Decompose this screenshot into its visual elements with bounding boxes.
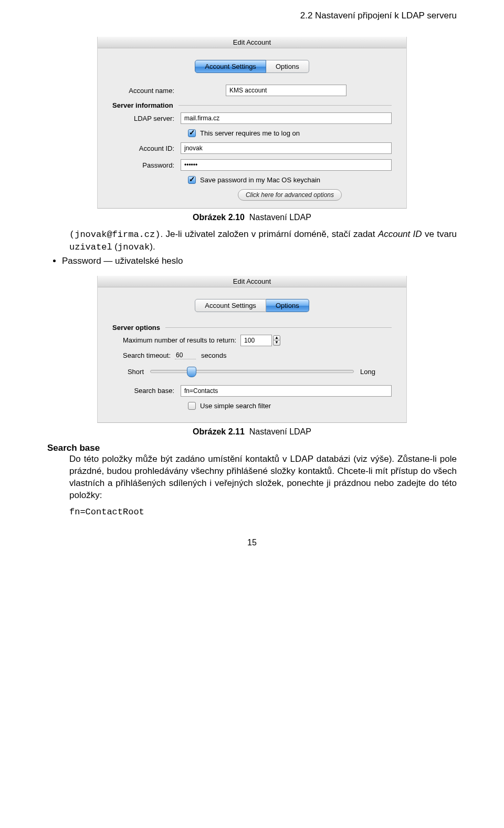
ldap-server-input[interactable] — [181, 112, 392, 124]
label-search-timeout: Search timeout: — [123, 351, 171, 359]
page-number: 15 — [47, 538, 457, 547]
simple-filter-label: Use simple search filter — [200, 402, 271, 410]
separator-line-2 — [165, 327, 392, 328]
label-account-id: Account ID: — [112, 144, 181, 152]
bullet-password: Password — uživatelské heslo — [62, 256, 457, 266]
search-base-heading: Search base — [47, 443, 457, 453]
simple-filter-checkbox[interactable] — [188, 402, 196, 410]
group-server-information: Server information — [112, 101, 173, 109]
label-account-name: Account name: — [112, 87, 181, 95]
timeout-slider[interactable] — [150, 370, 354, 373]
slider-label-short: Short — [112, 368, 144, 376]
advanced-options-button[interactable]: Click here for advanced options — [238, 189, 342, 201]
label-max-results: Maximum number of results to return: — [123, 336, 236, 344]
search-base-input[interactable] — [181, 385, 392, 397]
password-input[interactable] — [181, 159, 392, 171]
tab-options-2[interactable]: Options — [266, 299, 309, 312]
search-base-paragraph: Do této položky může být zadáno umístění… — [69, 453, 457, 502]
figure-caption-1: Obrázek 2.10 Nastavení LDAP — [47, 213, 457, 222]
save-keychain-checkbox[interactable] — [188, 176, 196, 184]
label-password: Password: — [112, 161, 181, 169]
tab-account-settings[interactable]: Account Settings — [195, 60, 266, 73]
requires-logon-label: This server requires me to log on — [200, 129, 300, 137]
window-title: Edit Account — [98, 37, 406, 48]
tab-bar-2: Account Settings Options — [112, 299, 392, 312]
requires-logon-checkbox[interactable] — [188, 129, 196, 137]
max-results-input[interactable] — [240, 335, 272, 346]
search-timeout-input[interactable] — [175, 351, 196, 359]
intro-paragraph: (jnovak@firma.cz). Je-li uživatel založe… — [69, 229, 457, 254]
label-ldap-server: LDAP server: — [112, 115, 181, 122]
account-id-input[interactable] — [181, 142, 392, 154]
edit-account-panel-options: Edit Account Account Settings Options Se… — [97, 276, 407, 423]
slider-label-long: Long — [360, 368, 392, 376]
account-name-input[interactable] — [226, 85, 346, 96]
group-server-options: Server options — [112, 324, 160, 332]
slider-thumb[interactable] — [187, 367, 196, 377]
tab-bar: Account Settings Options — [112, 60, 392, 73]
tab-account-settings-2[interactable]: Account Settings — [195, 299, 266, 312]
label-seconds: seconds — [201, 351, 226, 359]
contact-root-code: fn=ContactRoot — [69, 507, 457, 517]
save-keychain-label: Save password in my Mac OS keychain — [200, 176, 320, 184]
running-header: 2.2 Nastavení připojení k LDAP serveru — [47, 11, 457, 21]
figure-caption-2: Obrázek 2.11 Nastavení LDAP — [47, 427, 457, 437]
stepper-down-icon[interactable]: ▼ — [273, 340, 280, 346]
label-search-base: Search base: — [112, 387, 181, 395]
tab-options[interactable]: Options — [266, 60, 309, 73]
edit-account-panel-settings: Edit Account Account Settings Options Ac… — [97, 37, 407, 209]
window-title-2: Edit Account — [98, 276, 406, 287]
separator-line — [178, 105, 392, 106]
